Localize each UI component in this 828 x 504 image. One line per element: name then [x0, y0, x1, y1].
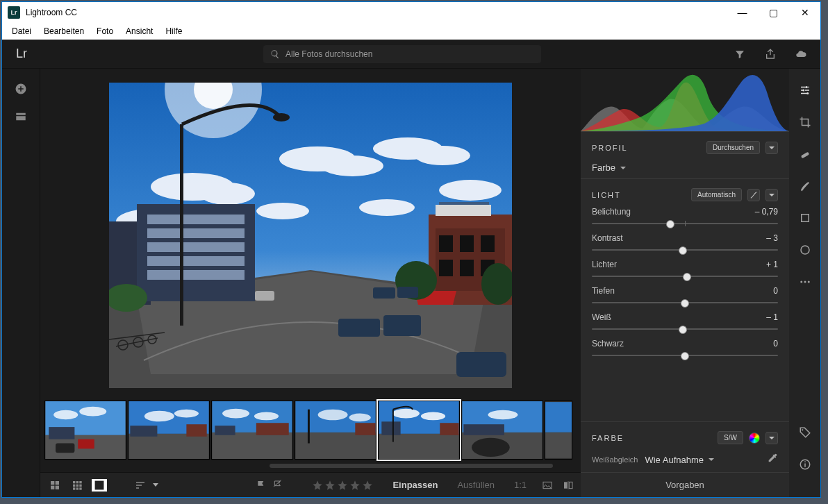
thumbnail[interactable] — [545, 401, 572, 460]
profile-value-label: Farbe — [592, 162, 615, 173]
menu-item[interactable]: Ansicht — [126, 26, 153, 36]
show-original-icon[interactable] — [542, 480, 553, 491]
svg-point-6 — [321, 156, 383, 176]
filmstrip[interactable] — [40, 398, 581, 462]
farbe-disclosure[interactable] — [765, 432, 778, 444]
slider-knob[interactable] — [679, 326, 687, 334]
flag-pick-icon[interactable] — [256, 480, 267, 491]
svg-rect-40 — [373, 287, 395, 299]
thumbnail[interactable] — [44, 401, 126, 460]
thumbnail[interactable] — [461, 401, 543, 460]
zoom-fill-button[interactable]: Ausfüllen — [457, 480, 494, 490]
chevron-down-icon[interactable] — [153, 483, 158, 487]
filmstrip-scrollbar[interactable] — [270, 464, 553, 468]
licht-disclosure[interactable] — [765, 189, 778, 201]
slider-knob[interactable] — [666, 220, 674, 228]
svg-rect-58 — [129, 434, 208, 459]
svg-rect-26 — [460, 235, 474, 252]
keywords-tool[interactable] — [797, 425, 813, 440]
menu-item[interactable]: Bearbeiten — [44, 26, 84, 36]
auto-button[interactable]: Automatisch — [691, 188, 742, 201]
svg-rect-96 — [73, 484, 75, 486]
sw-toggle[interactable]: S/W — [718, 431, 743, 444]
maximize-button[interactable]: ▢ — [758, 2, 789, 23]
healing-brush-tool[interactable] — [797, 146, 813, 162]
farbe-section-title: FARBE — [592, 434, 624, 442]
svg-rect-112 — [801, 215, 809, 222]
info-tool[interactable] — [797, 457, 813, 472]
svg-rect-19 — [147, 228, 245, 238]
cloud-sync-icon[interactable] — [795, 49, 806, 60]
window-title: Lightroom CC — [26, 8, 77, 17]
svg-rect-87 — [545, 402, 572, 432]
thumbnail[interactable] — [211, 401, 293, 460]
slider-belichtung[interactable]: Belichtung– 0,79 — [592, 207, 778, 228]
my-photos-icon[interactable] — [15, 110, 27, 123]
slider-label: Schwarz — [592, 339, 624, 348]
svg-rect-70 — [295, 432, 375, 459]
linear-gradient-tool[interactable] — [797, 210, 813, 226]
grid-photo-view-button[interactable] — [47, 479, 63, 492]
sort-icon[interactable] — [135, 480, 146, 491]
svg-rect-93 — [73, 481, 75, 483]
slider-kontrast[interactable]: Kontrast– 3 — [592, 233, 778, 254]
more-icon[interactable] — [797, 274, 813, 289]
slider-label: Kontrast — [592, 233, 623, 243]
grid-square-view-button[interactable] — [69, 479, 85, 492]
presets-button[interactable]: Vorgaben — [581, 472, 789, 497]
svg-point-44 — [273, 113, 290, 121]
slider-schwarz[interactable]: Schwarz0 — [592, 339, 778, 360]
thumbnail[interactable] — [295, 401, 376, 460]
app-logo: Lr — [8, 6, 20, 19]
edit-sliders-tool[interactable] — [797, 83, 813, 98]
eyedropper-icon[interactable] — [767, 453, 778, 464]
svg-rect-88 — [545, 432, 572, 458]
thumbnail[interactable] — [128, 401, 210, 460]
slider-knob[interactable] — [681, 352, 689, 360]
radial-gradient-tool[interactable] — [797, 242, 813, 258]
search-input[interactable]: Alle Fotos durchsuchen — [263, 45, 541, 63]
close-button[interactable]: ✕ — [789, 2, 820, 23]
minimize-button[interactable]: — — [727, 2, 758, 23]
slider-value: 0 — [773, 339, 778, 348]
slider-tiefen[interactable]: Tiefen0 — [592, 286, 778, 307]
add-photos-icon[interactable] — [15, 83, 27, 95]
thumbnail-selected[interactable] — [378, 401, 460, 460]
tone-curve-button[interactable] — [747, 189, 760, 201]
rating-stars[interactable] — [312, 480, 373, 491]
slider-lichter[interactable]: Lichter+ 1 — [592, 260, 778, 280]
svg-rect-95 — [79, 481, 81, 483]
browse-profiles-button[interactable]: Durchsuchen — [706, 141, 760, 154]
slider-knob[interactable] — [681, 299, 689, 308]
color-mixer-button[interactable] — [749, 432, 760, 444]
svg-point-86 — [472, 438, 510, 457]
svg-rect-98 — [79, 484, 81, 486]
share-icon[interactable] — [765, 49, 776, 60]
menu-item[interactable]: Foto — [97, 26, 113, 36]
svg-point-4 — [199, 183, 255, 205]
wb-dropdown[interactable]: Wie Aufnahme — [645, 455, 715, 465]
compare-icon[interactable] — [563, 480, 574, 491]
main-image-canvas[interactable] — [109, 83, 512, 388]
menu-item[interactable]: Datei — [12, 26, 31, 36]
svg-point-108 — [805, 86, 807, 88]
crop-tool[interactable] — [797, 115, 813, 130]
svg-point-77 — [392, 409, 420, 419]
zoom-fit-button[interactable]: Einpassen — [392, 480, 438, 490]
svg-point-71 — [318, 410, 348, 421]
brush-tool[interactable] — [797, 178, 813, 194]
svg-rect-43 — [180, 124, 183, 326]
slider-weiß[interactable]: Weiß– 1 — [592, 312, 778, 333]
svg-rect-18 — [147, 215, 245, 224]
filter-icon[interactable] — [734, 49, 745, 60]
flag-reject-icon[interactable] — [272, 480, 283, 491]
svg-point-115 — [804, 281, 806, 283]
profil-disclosure[interactable] — [765, 142, 778, 154]
menu-item[interactable]: Hilfe — [165, 26, 182, 36]
profile-dropdown[interactable]: Farbe — [592, 162, 778, 173]
slider-knob[interactable] — [679, 246, 687, 255]
slider-knob[interactable] — [683, 273, 691, 281]
svg-point-66 — [254, 412, 279, 421]
detail-view-button[interactable] — [92, 479, 107, 492]
zoom-1to1-button[interactable]: 1:1 — [514, 480, 527, 490]
